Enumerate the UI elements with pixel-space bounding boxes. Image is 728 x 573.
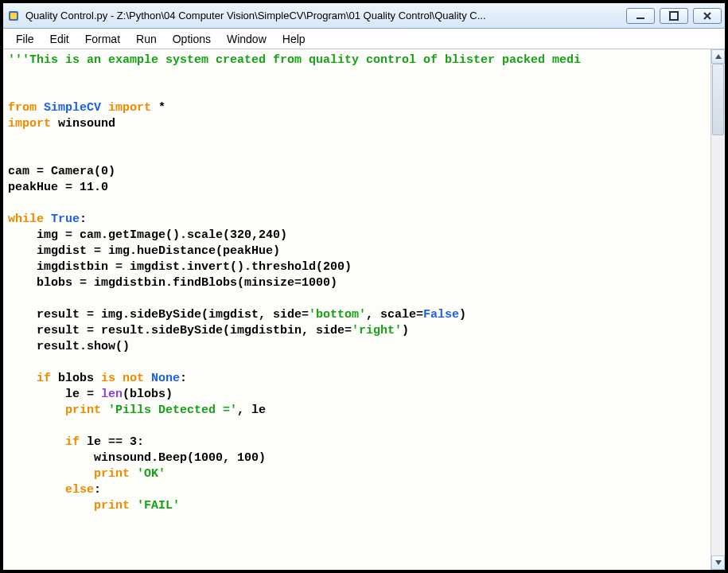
- app-icon: [6, 9, 21, 23]
- code-line: cam = Camera(0): [8, 164, 706, 180]
- menu-file[interactable]: File: [8, 31, 42, 47]
- code-line: '''This is an example system created fro…: [8, 53, 706, 68]
- code-line: [8, 196, 706, 212]
- code-line: img = cam.getImage().scale(320,240): [8, 228, 706, 244]
- scroll-thumb[interactable]: [712, 64, 724, 135]
- svg-rect-3: [670, 12, 678, 20]
- code-line: le = len(blobs): [8, 387, 706, 403]
- code-line: while True:: [8, 212, 706, 228]
- code-line: [8, 419, 706, 435]
- code-line: imgdist = img.hueDistance(peakHue): [8, 244, 706, 259]
- scroll-track[interactable]: [711, 64, 725, 555]
- scroll-down-button[interactable]: [711, 555, 725, 570]
- code-line: [8, 291, 706, 307]
- menubar: File Edit Format Run Options Window Help: [3, 29, 725, 49]
- code-line: imgdistbin = imgdist.invert().threshold(…: [8, 259, 706, 275]
- editor-area: '''This is an example system created fro…: [3, 49, 725, 570]
- code-line: else:: [8, 482, 706, 498]
- menu-run[interactable]: Run: [128, 31, 165, 47]
- code-line: print 'FAIL': [8, 498, 706, 514]
- code-line: result = img.sideBySide(imgdist, side='b…: [8, 307, 706, 323]
- close-button[interactable]: [693, 8, 722, 24]
- code-line: blobs = imgdistbin.findBlobs(minsize=100…: [8, 275, 706, 291]
- code-line: result.show(): [8, 339, 706, 355]
- code-line: [8, 148, 706, 164]
- titlebar: Quality Control.py - Z:\Python\04 Comput…: [3, 3, 725, 29]
- vertical-scrollbar[interactable]: [710, 49, 725, 570]
- code-line: print 'Pills Detected =', le: [8, 403, 706, 419]
- code-line: winsound.Beep(1000, 100): [8, 450, 706, 466]
- scroll-up-button[interactable]: [711, 49, 725, 64]
- menu-options[interactable]: Options: [165, 31, 219, 47]
- code-line: import winsound: [8, 116, 706, 132]
- code-line: [8, 355, 706, 371]
- code-line: if le == 3:: [8, 435, 706, 450]
- code-line: from SimpleCV import *: [8, 100, 706, 116]
- window-title: Quality Control.py - Z:\Python\04 Comput…: [25, 10, 621, 21]
- window-buttons: [626, 8, 722, 24]
- code-line: result = result.sideBySide(imgdistbin, s…: [8, 323, 706, 339]
- app-window: Quality Control.py - Z:\Python\04 Comput…: [0, 0, 728, 573]
- code-editor[interactable]: '''This is an example system created fro…: [3, 49, 710, 570]
- minimize-button[interactable]: [626, 8, 655, 24]
- code-line: peakHue = 11.0: [8, 180, 706, 196]
- svg-rect-1: [10, 13, 17, 19]
- code-line: if blobs is not None:: [8, 371, 706, 387]
- code-line: [8, 132, 706, 148]
- svg-rect-2: [637, 18, 644, 19]
- maximize-button[interactable]: [660, 8, 688, 24]
- code-line: print 'OK': [8, 466, 706, 482]
- code-line: [8, 68, 706, 84]
- menu-help[interactable]: Help: [274, 31, 313, 47]
- menu-edit[interactable]: Edit: [42, 31, 77, 47]
- menu-window[interactable]: Window: [219, 31, 274, 47]
- menu-format[interactable]: Format: [77, 31, 128, 47]
- code-line: [8, 84, 706, 100]
